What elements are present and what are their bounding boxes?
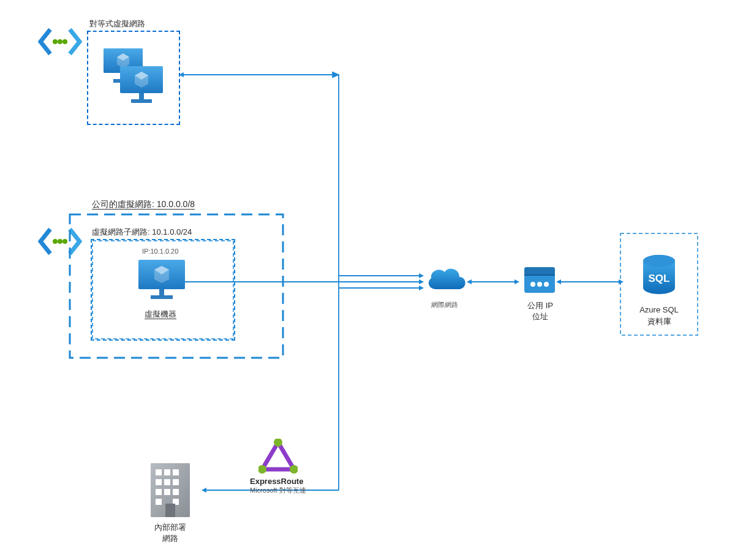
onprem-building-icon [146,461,195,521]
expressroute-label1: ExpressRoute [250,477,323,486]
internet-label: 網際網路 [431,300,458,309]
svg-rect-31 [131,99,152,103]
svg-marker-19 [202,488,206,493]
peered-vnet-title: 對等式虛擬網路 [89,18,145,29]
svg-rect-65 [173,479,179,485]
svg-point-20 [53,39,58,44]
svg-point-21 [58,39,62,44]
svg-point-36 [62,239,67,244]
public-ip-label1: 公用 IP [524,300,556,311]
svg-rect-40 [159,289,164,295]
svg-rect-64 [164,479,170,485]
subnet-title: 虛擬網路子網路: 10.1.0.0/24 [92,227,192,238]
sql-icon: SQL [639,254,679,302]
public-ip-label2: 位址 [524,311,556,322]
vm-ip-label: IP:10.1.0.20 [142,248,178,255]
svg-rect-60 [156,469,162,475]
svg-rect-41 [151,295,173,299]
sql-label1: Azure SQL [620,305,698,314]
svg-point-49 [544,282,549,287]
svg-rect-67 [164,489,170,495]
svg-rect-62 [173,469,179,475]
svg-rect-63 [156,479,162,485]
svg-marker-14 [514,279,519,284]
onprem-label1: 內部部署 [146,522,195,533]
svg-text:SQL: SQL [649,273,670,284]
svg-rect-68 [173,489,179,495]
svg-rect-30 [139,93,144,99]
svg-point-22 [62,39,67,44]
vnet-icon-peered [38,27,82,56]
svg-rect-71 [165,504,175,517]
svg-marker-11 [419,286,424,290]
svg-rect-45 [524,267,555,276]
vm-icon-corp [136,257,187,305]
svg-marker-7 [419,273,424,278]
svg-point-52 [643,255,675,267]
vm-icon-peered-front [118,64,165,107]
expressroute-icon [258,439,298,476]
svg-marker-9 [419,279,424,284]
svg-rect-66 [156,489,162,495]
svg-point-34 [53,239,58,244]
svg-point-48 [537,282,542,287]
corp-vnet-title: 公司的虛擬網路: 10.0.0.0/8 [92,199,195,210]
svg-point-35 [58,239,62,244]
sql-label2: 資料庫 [620,316,698,327]
public-ip-icon [522,265,557,297]
svg-rect-69 [156,499,162,505]
internet-cloud-icon [424,263,469,298]
expressroute-label2: Microsoft 對等互連 [250,486,323,495]
svg-point-47 [530,282,535,287]
svg-rect-61 [164,469,170,475]
svg-rect-46 [524,274,555,276]
vm-label: 虛擬機器 [145,309,176,319]
onprem-label2: 網路 [146,533,195,544]
